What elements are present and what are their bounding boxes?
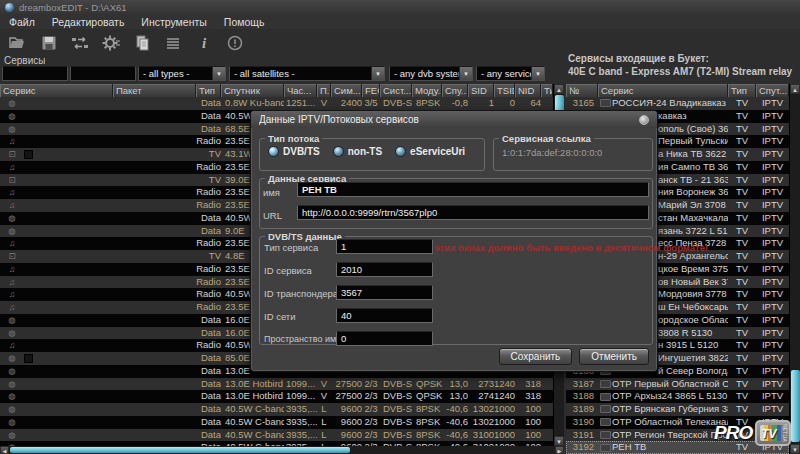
settings-gear-icon[interactable] — [99, 32, 123, 54]
radio-selected-icon[interactable] — [268, 146, 279, 157]
service-row[interactable]: ◍ Data 40.5W C-band ... 3935,... L 9600 … — [0, 429, 553, 442]
dialog-title-bar[interactable]: Данные IPTV/Потоковых сервисов — [251, 111, 657, 128]
cell-type: Radio — [196, 186, 221, 199]
menu-help[interactable]: Помощь — [224, 16, 265, 28]
scroll-down-icon[interactable]: ▼ — [554, 436, 564, 446]
service-row[interactable]: ◍ Data 40.5W C-band ... 3935,... L 9600 … — [0, 403, 553, 416]
column-header-fec[interactable]: FEC — [362, 84, 380, 97]
name-input[interactable] — [297, 182, 649, 197]
cell-type: TV — [728, 97, 756, 110]
info-icon[interactable]: i — [192, 32, 216, 54]
url-input[interactable] — [297, 205, 649, 220]
service-mark — [24, 148, 36, 161]
column-header-type[interactable]: Тип — [728, 84, 756, 97]
column-header-system[interactable]: Сист... — [380, 84, 412, 97]
service-row[interactable]: ◍ Data 40.5W C-band ... 3935,... L 9600 … — [0, 416, 553, 429]
service-row[interactable]: ◍ Data 13.0E Hotbird ... 1099... V 27500… — [0, 378, 553, 391]
radio-icon[interactable] — [333, 146, 344, 157]
service-type-input[interactable] — [336, 239, 433, 254]
scroll-up-icon[interactable]: ▲ — [790, 84, 800, 94]
column-header-type[interactable]: Тип — [196, 84, 221, 97]
chevron-down-icon[interactable]: ▼ — [371, 67, 384, 80]
chevron-down-icon[interactable]: ▼ — [212, 67, 225, 80]
radio-service-icon: ♫ — [0, 199, 24, 212]
scrollbar-thumb[interactable] — [791, 370, 800, 442]
filter-package-input[interactable] — [70, 66, 136, 81]
filter-types-dropdown[interactable]: - all types - ▼ — [138, 66, 226, 81]
radio-nonts[interactable]: non-TS — [333, 146, 382, 157]
copy-icon[interactable] — [130, 32, 154, 54]
bouquet-vertical-scrollbar[interactable]: ▲ ▼ — [789, 84, 800, 454]
services-horizontal-scrollbar[interactable]: ◀ ▶ — [0, 446, 564, 454]
cell-modulation: QPSK — [412, 390, 442, 403]
watermark-site-text: NET.UA — [782, 424, 788, 442]
menu-file[interactable]: Файл — [9, 16, 35, 28]
radio-eserviceuri[interactable]: eServiceUri — [395, 146, 465, 157]
menu-edit[interactable]: Редактировать — [52, 16, 125, 28]
column-header-service[interactable]: Сервис — [0, 84, 113, 97]
chevron-down-icon[interactable]: ▼ — [531, 67, 544, 80]
service-row[interactable]: ◍ Data 13.0E Hotbird ... 1099... V 27500… — [0, 390, 553, 403]
bouquet-service-row[interactable]: 3189 ОТР Брянская Губерния 387... TV IPT… — [566, 403, 789, 416]
cell-number: 3192 — [566, 441, 598, 454]
scrollbar-thumb[interactable] — [10, 447, 350, 453]
cell-service-name: ОТР Регион Тверской Прос... — [612, 429, 728, 442]
transponder-id-input[interactable] — [336, 285, 433, 300]
menu-bar: Файл Редактировать Инструменты Помощь — [0, 14, 800, 29]
cell-satellite: IPTV — [756, 327, 789, 340]
dialog-close-icon[interactable] — [639, 115, 649, 125]
open-file-icon[interactable] — [6, 32, 30, 54]
list-icon[interactable] — [161, 32, 185, 54]
menu-tools[interactable]: Инструменты — [141, 16, 206, 28]
data-service-icon: ◍ — [0, 110, 24, 123]
radio-dvbts[interactable]: DVB/TS — [268, 146, 320, 157]
cell-package — [36, 123, 196, 136]
filter-service-dropdown[interactable]: - any service - ▼ — [476, 66, 545, 81]
cancel-button[interactable]: Отменить — [579, 348, 649, 365]
column-header-satellite[interactable]: Спут... — [756, 84, 789, 97]
filter-dvb-system-dropdown[interactable]: - any dvb system - ▼ — [389, 66, 473, 81]
tv-service-icon: ⊡ — [0, 148, 24, 161]
scroll-up-icon[interactable]: ▲ — [554, 84, 564, 94]
cell-package — [36, 352, 196, 365]
filter-service-input[interactable] — [2, 66, 68, 81]
cell-tsid: 1000 — [494, 429, 515, 442]
radio-icon[interactable] — [395, 146, 406, 157]
bouquet-service-row[interactable]: 3188 ОТР Архыз24 3865 L 5130 TV IPTV — [566, 390, 789, 403]
bouquet-service-row[interactable]: 3187 ОТР Первый Областной Ор... TV IPTV — [566, 378, 789, 391]
column-header-nid[interactable]: NID — [515, 84, 541, 97]
column-header-sid[interactable]: SID — [468, 84, 494, 97]
column-header-package[interactable]: Пакет — [113, 84, 196, 97]
scroll-left-icon[interactable]: ◀ — [0, 446, 9, 454]
scroll-right-icon[interactable]: ▶ — [555, 446, 564, 454]
cell-type: TV — [728, 225, 756, 238]
column-header-number[interactable]: № — [566, 84, 598, 97]
column-header-tsid[interactable]: TSID — [494, 84, 515, 97]
about-icon[interactable] — [223, 32, 247, 54]
column-header-frequency[interactable]: Час... — [284, 84, 317, 97]
cell-system: DVB-S — [380, 378, 412, 391]
scroll-down-icon[interactable]: ▼ — [790, 444, 800, 454]
chevron-down-icon[interactable]: ▼ — [459, 67, 472, 80]
save-icon[interactable] — [37, 32, 61, 54]
network-id-input[interactable] — [336, 308, 433, 323]
column-header-service[interactable]: Сервис — [598, 84, 728, 97]
save-button[interactable]: Сохранить — [499, 348, 573, 365]
column-header-satellite[interactable]: Спутник — [221, 84, 284, 97]
filter-satellites-dropdown[interactable]: - all satellites - ▼ — [229, 66, 385, 81]
column-header-modulation[interactable]: Моду... — [412, 84, 442, 97]
service-mark — [24, 403, 36, 416]
column-header-polarity[interactable]: П... — [317, 84, 331, 97]
cell-tsid: 12400 — [494, 378, 515, 391]
cell-package — [36, 135, 196, 148]
cell-number: 3187 — [566, 378, 598, 391]
column-header-type2[interactable]: Тип — [541, 84, 553, 97]
namespace-input[interactable] — [336, 331, 433, 346]
bouquet-service-row[interactable]: 3165 РОССИЯ-24 Владикавказ TV IPTV — [566, 97, 789, 110]
column-header-symbolrate[interactable]: Сим... — [331, 84, 362, 97]
ftp-transfer-icon[interactable] — [68, 32, 92, 54]
service-id-input[interactable] — [336, 262, 433, 277]
service-row[interactable]: ◍ Data 0.8W Ku-band ... 1251... V 2400 3… — [0, 97, 553, 110]
cell-satellite: 13.0E Hotbird ... — [221, 390, 284, 403]
column-header-position[interactable]: Спу... — [442, 84, 468, 97]
